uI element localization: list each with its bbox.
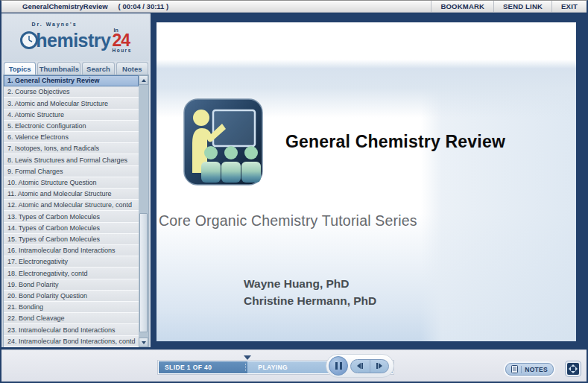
slide-author-1: Wayne Huang, PhD xyxy=(244,276,376,293)
slide-title-box: General Chemistry Review xyxy=(285,98,569,186)
logo-word: hemistry xyxy=(36,30,110,51)
player-window: GeneralChemistryReview ( 00:04 / 30:11 )… xyxy=(0,0,588,383)
topbar-title-group: GeneralChemistryReview ( 00:04 / 30:11 ) xyxy=(1,2,168,10)
slide-author-2: Christine Hermann, PhD xyxy=(244,293,376,310)
previous-slide-icon xyxy=(357,363,361,369)
slide-subtitle: Core Organic Chemistry Tutorial Series xyxy=(159,212,417,230)
slide-authors: Wayne Huang, PhD Christine Hermann, PhD xyxy=(244,276,376,309)
topic-list-item-label: 18. Electronegativity, contd xyxy=(7,270,87,277)
skip-buttons xyxy=(350,359,389,373)
content-row: Dr. Wayne's hemistry In 24 Hours xyxy=(1,13,587,347)
topbar-menu-item[interactable]: BOOKMARK xyxy=(431,1,493,12)
previous-slide-button[interactable] xyxy=(351,360,370,373)
topic-list-item-label: 22. Bond Cleavage xyxy=(7,314,65,322)
playback-status-label: PLAYING xyxy=(258,364,288,371)
sidebar-tab[interactable]: Notes xyxy=(116,62,148,75)
topic-list-item[interactable]: 18. Electronegativity, contd xyxy=(4,268,139,279)
topic-list-item[interactable]: 16. Intramolecular Bond Interactions xyxy=(4,245,139,256)
arrow-up-icon xyxy=(142,79,146,82)
lecture-presentation-icon xyxy=(183,98,263,186)
topic-list-item-label: 16. Intramolecular Bond Interactions xyxy=(7,247,116,254)
course-title: GeneralChemistryReview xyxy=(22,2,108,10)
topic-list-item-label: 1. General Chemistry Review xyxy=(7,77,100,84)
topic-list-item-label: 5. Electronic Configuration xyxy=(7,122,86,130)
fullscreen-icon xyxy=(569,364,578,373)
topic-list-item-label: 19. Bond Polarity xyxy=(7,281,59,288)
sidebar-tab-label: Thumbnails xyxy=(39,65,79,73)
topic-list-wrap: 1. General Chemistry Review 2. Course Ob… xyxy=(3,75,149,347)
slide-frame: General Chemistry Review Core Organic Ch… xyxy=(151,13,587,347)
topic-list-item[interactable]: 6. Valence Electrons xyxy=(4,132,139,143)
pause-icon xyxy=(335,362,338,370)
topic-list-item-label: 21. Bonding xyxy=(7,303,43,311)
scroll-down-button[interactable] xyxy=(139,338,148,347)
topic-list-item-label: 12. Atomic and Molecular Structure, cont… xyxy=(7,201,132,209)
topic-list-item[interactable]: 12. Atomic and Molecular Structure, cont… xyxy=(4,200,139,211)
topic-list-item[interactable]: 4. Atomic Structure xyxy=(4,110,139,121)
topic-list-item[interactable]: 3. Atomic and Molecular Structure xyxy=(4,98,139,109)
topic-list-item[interactable]: 17. Electronegativity xyxy=(4,256,139,268)
logo-main: hemistry In 24 Hours xyxy=(20,28,132,54)
topic-list-item[interactable]: 9. Formal Charges xyxy=(4,166,139,177)
topic-list-item-label: 23. Intramolecular Bond Interactions xyxy=(7,326,116,334)
topic-list-item[interactable]: 14. Types of Carbon Molecules xyxy=(4,223,139,234)
notes-button[interactable]: NOTES xyxy=(505,363,554,376)
sidebar-tab-label: Topics xyxy=(9,65,31,73)
topic-list-item[interactable]: 20. Bond Polarity Question xyxy=(4,291,139,302)
sidebar-tab[interactable]: Thumbnails xyxy=(37,62,80,75)
topic-list-item[interactable]: 5. Electronic Configuration xyxy=(4,121,139,132)
slide-title: General Chemistry Review xyxy=(285,132,505,152)
topic-list: 1. General Chemistry Review 2. Course Ob… xyxy=(4,75,139,347)
scroll-up-button[interactable] xyxy=(139,75,148,85)
topic-list-item[interactable]: 21. Bonding xyxy=(4,302,139,313)
topic-list-item-label: 9. Formal Charges xyxy=(7,168,63,175)
topic-list-item[interactable]: 7. Isotopes, Ions, and Radicals xyxy=(4,143,139,154)
sidebar-tabs: Topics Thumbnails Search Notes xyxy=(3,61,149,75)
notes-document-icon xyxy=(511,365,518,373)
sidebar-tab-label: Notes xyxy=(122,65,142,73)
topic-list-item-label: 10. Atomic Structure Question xyxy=(7,179,97,186)
topbar-menu-item-label: BOOKMARK xyxy=(440,2,484,10)
topbar-menu: BOOKMARK SEND LINK EXIT xyxy=(431,1,587,12)
slide-counter-segment: SLIDE 1 OF 40 xyxy=(159,361,247,373)
seek-marker-icon[interactable] xyxy=(244,355,251,360)
topic-list-item[interactable]: 19. Bond Polarity xyxy=(4,279,139,291)
top-bar: GeneralChemistryReview ( 00:04 / 30:11 )… xyxy=(1,1,587,13)
topbar-menu-item[interactable]: EXIT xyxy=(551,1,587,12)
scrollbar-thumb[interactable] xyxy=(139,213,148,332)
topic-list-item-label: 6. Valence Electrons xyxy=(7,133,69,141)
topic-list-item[interactable]: 11. Atomic and Molecular Structure xyxy=(4,189,139,200)
logo-hours: Hours xyxy=(112,48,131,54)
notes-button-label: NOTES xyxy=(525,366,548,373)
fullscreen-button[interactable] xyxy=(566,361,581,376)
topic-list-item-label: 2. Course Objectives xyxy=(7,88,70,95)
topic-list-item[interactable]: 10. Atomic Structure Question xyxy=(4,177,139,189)
topic-list-item[interactable]: 13. Types of Carbon Molecules xyxy=(4,211,139,222)
sidebar-tab-label: Search xyxy=(86,65,110,73)
topic-list-item-label: 14. Types of Carbon Molecules xyxy=(7,224,100,232)
topic-list-item[interactable]: 8. Lewis Structures and Formal Charges xyxy=(4,154,139,165)
topbar-menu-item-label: EXIT xyxy=(561,2,578,10)
topic-list-item-label: 3. Atomic and Molecular Structure xyxy=(7,100,108,107)
topbar-menu-item[interactable]: SEND LINK xyxy=(493,1,551,12)
topic-list-item[interactable]: 2. Course Objectives xyxy=(4,86,139,98)
brand-logo: Dr. Wayne's hemistry In 24 Hours xyxy=(3,13,149,61)
sidebar-tab[interactable]: Search xyxy=(82,62,114,75)
topic-list-item-label: 20. Bond Polarity Question xyxy=(7,292,87,300)
topbar-menu-item-label: SEND LINK xyxy=(503,2,543,10)
pause-button[interactable] xyxy=(329,356,348,376)
topic-list-item[interactable]: 22. Bond Cleavage xyxy=(4,313,139,324)
topic-list-item[interactable]: 15. Types of Carbon Molecules xyxy=(4,234,139,245)
bottom-control-bar: SLIDE 1 OF 40 PLAYING 00:04 / 00:11 xyxy=(1,349,587,382)
logo-right-block: In 24 Hours xyxy=(112,28,131,54)
playback-controls xyxy=(326,354,394,378)
next-slide-button[interactable] xyxy=(370,360,389,373)
slide-canvas: General Chemistry Review Core Organic Ch… xyxy=(157,22,576,341)
topic-list-scrollbar[interactable] xyxy=(139,75,148,347)
topic-list-item-label: 13. Types of Carbon Molecules xyxy=(7,213,100,221)
topic-list-item[interactable]: 23. Intramolecular Bond Interactions xyxy=(4,324,139,335)
sidebar-tab[interactable]: Topics xyxy=(4,62,36,75)
topic-list-item[interactable]: 1. General Chemistry Review xyxy=(4,75,139,86)
course-elapsed-time: ( 00:04 / 30:11 ) xyxy=(118,2,169,10)
topic-list-item[interactable]: 24. Intramolecular Bond Interactions, co… xyxy=(4,336,139,347)
